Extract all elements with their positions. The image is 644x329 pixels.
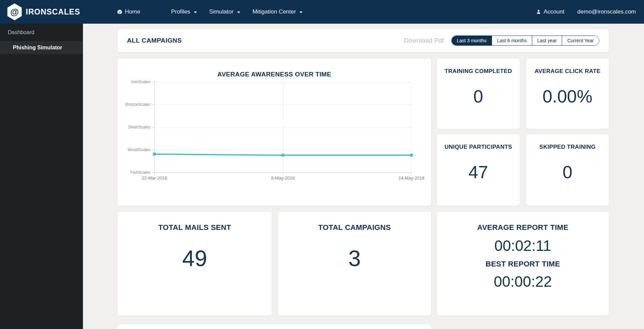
sidebar-phishing-label: Phishing Simulator bbox=[13, 45, 62, 51]
axis-tick bbox=[152, 82, 154, 82]
y-tick-label: IronScales bbox=[131, 79, 150, 84]
logo-at-glyph: @ bbox=[10, 7, 19, 17]
main-nav: Home Profiles Simulator Mitigation Cente… bbox=[111, 0, 309, 24]
axis-tick bbox=[152, 172, 154, 173]
stat-value: 0 bbox=[437, 86, 520, 107]
x-tick-label: 22-Mar-2018 bbox=[142, 175, 167, 181]
stat-title: TRAINING COMPLETED bbox=[437, 68, 520, 75]
sidebar-item-phishing-simulator[interactable]: Phishing Simulator bbox=[0, 41, 83, 54]
stat-value: 0.00% bbox=[526, 86, 609, 107]
stat-title: UNIQUE PARTICIPANTS bbox=[437, 144, 520, 150]
stat-title: TOTAL CAMPAIGNS bbox=[278, 223, 431, 232]
average-report-time-title: AVERAGE REPORT TIME bbox=[437, 223, 609, 232]
ironscales-hexagon-logo-icon: @ bbox=[7, 3, 22, 20]
training-completed-card: TRAINING COMPLETED 0 bbox=[436, 58, 520, 129]
stat-title: TOTAL MAILS SENT bbox=[117, 223, 272, 232]
nav-mitigation-label: Mitigation Center bbox=[253, 8, 296, 15]
nav-item-home[interactable]: Home bbox=[111, 0, 146, 24]
stat-value: 0 bbox=[526, 162, 609, 182]
average-report-time-value: 00:02:11 bbox=[437, 237, 609, 254]
nav-right: Account demo@ironscales.com bbox=[536, 8, 636, 15]
axis-tick bbox=[411, 172, 412, 174]
best-report-time-title: BEST REPORT TIME bbox=[437, 260, 609, 268]
user-email[interactable]: demo@ironscales.com bbox=[577, 8, 636, 15]
axis-tick bbox=[152, 127, 154, 127]
left-sidebar: Dashboard Phishing Simulator bbox=[0, 24, 83, 329]
axis-tick bbox=[154, 172, 155, 174]
data-point bbox=[410, 154, 413, 157]
y-tick-label: FishScales bbox=[130, 170, 150, 175]
total-campaigns-card: TOTAL CAMPAIGNS 3 bbox=[278, 211, 431, 316]
brand-logo[interactable]: @ IRONSCALES bbox=[7, 3, 80, 20]
nav-item-simulator[interactable]: Simulator bbox=[203, 0, 246, 24]
x-tick-label: 14-May-2018 bbox=[399, 175, 425, 181]
unique-participants-card: UNIQUE PARTICIPANTS 47 bbox=[436, 134, 520, 206]
y-tick-label: SilverScales bbox=[128, 125, 150, 130]
chart-title: AVERAGE AWARENESS OVER TIME bbox=[117, 71, 431, 78]
stat-title: SKIPPED TRAINING bbox=[526, 144, 609, 150]
range-button-last-6-months[interactable]: Last 6 months bbox=[492, 36, 532, 45]
axis-tick bbox=[152, 150, 154, 150]
awareness-chart-card: AVERAGE AWARENESS OVER TIME IronScales B… bbox=[117, 58, 431, 206]
awareness-chart-plot: IronScales BronzeScales SilverScales Woo… bbox=[154, 82, 411, 172]
stat-title: AVERAGE CLICK RATE bbox=[526, 68, 609, 75]
y-tick-label: WoodScales bbox=[128, 147, 150, 152]
data-point bbox=[153, 152, 156, 156]
stat-value: 3 bbox=[278, 245, 431, 271]
range-button-last-3-months[interactable]: Last 3 months bbox=[452, 36, 492, 45]
chevron-down-icon bbox=[194, 11, 197, 13]
next-section-card-partial bbox=[117, 324, 431, 329]
nav-item-mitigation-center[interactable]: Mitigation Center bbox=[246, 0, 309, 24]
nav-home-label: Home bbox=[125, 8, 140, 15]
x-tick-label: 8-May-2018 bbox=[271, 175, 295, 181]
best-report-time-value: 00:00:22 bbox=[437, 273, 609, 290]
all-campaigns-header-card: ALL CAMPAIGNS Download Pdf Last 3 months… bbox=[117, 29, 609, 52]
chevron-down-icon bbox=[299, 11, 303, 13]
awareness-line bbox=[154, 82, 411, 172]
average-click-rate-card: AVERAGE CLICK RATE 0.00% bbox=[526, 58, 609, 129]
gauge-icon bbox=[117, 9, 123, 15]
person-icon bbox=[536, 9, 541, 15]
date-range-button-group: Last 3 months Last 6 months Last year Cu… bbox=[451, 36, 599, 46]
report-time-card: AVERAGE REPORT TIME 00:02:11 BEST REPORT… bbox=[436, 211, 609, 316]
brand-name: IRONSCALES bbox=[26, 7, 80, 17]
skipped-training-card: SKIPPED TRAINING 0 bbox=[526, 134, 609, 206]
nav-profiles-label: Profiles bbox=[171, 8, 190, 15]
sidebar-dashboard-label: Dashboard bbox=[8, 29, 34, 36]
page-title: ALL CAMPAIGNS bbox=[127, 37, 182, 44]
account-label: Account bbox=[543, 8, 564, 15]
download-pdf-link[interactable]: Download Pdf bbox=[404, 37, 444, 44]
stat-value: 47 bbox=[437, 162, 520, 182]
data-point bbox=[281, 154, 285, 157]
gridline bbox=[411, 82, 412, 172]
account-menu[interactable]: Account bbox=[536, 8, 564, 15]
range-button-last-year[interactable]: Last year bbox=[532, 36, 562, 45]
top-navbar: @ IRONSCALES Home Profiles Simulator Mit… bbox=[0, 0, 644, 24]
axis-tick bbox=[283, 172, 283, 174]
axis-tick bbox=[152, 104, 154, 105]
total-mails-sent-card: TOTAL MAILS SENT 49 bbox=[117, 211, 272, 316]
chevron-down-icon bbox=[237, 11, 240, 13]
sidebar-item-dashboard[interactable]: Dashboard bbox=[0, 24, 83, 41]
stat-value: 49 bbox=[117, 245, 272, 271]
nav-simulator-label: Simulator bbox=[209, 8, 234, 15]
y-tick-label: BronzeScales bbox=[125, 102, 150, 107]
nav-item-profiles[interactable]: Profiles bbox=[165, 0, 203, 24]
range-button-current-year[interactable]: Current Year bbox=[562, 36, 599, 45]
